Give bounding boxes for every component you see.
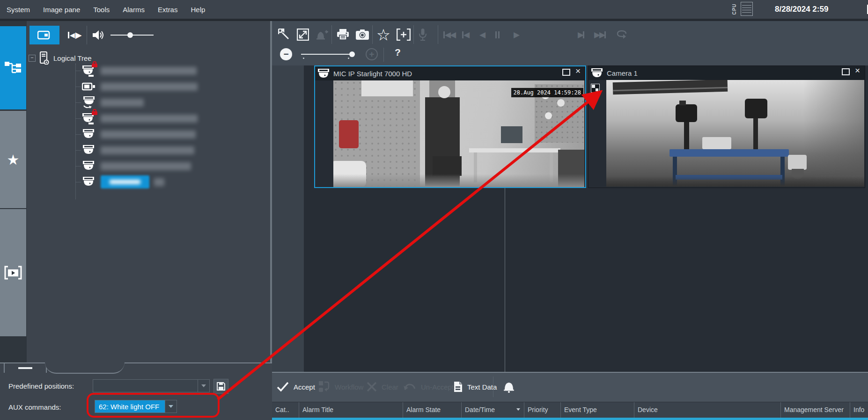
col-management-server[interactable]: Management Server [781,402,850,418]
col-info[interactable]: Info [850,402,868,418]
loop-playback-button[interactable] [615,26,629,43]
step-back-button[interactable]: ◀ [462,26,469,43]
accept-alarm-button[interactable]: Accept [277,378,315,395]
alarm-bell-button[interactable] [503,378,515,395]
zoom-slider-knob[interactable] [349,51,355,57]
digital-zoom-indicator-icon[interactable] [591,84,600,93]
ptz-camera-icon [82,96,96,109]
text-data-button[interactable]: Text Data [454,378,497,395]
close-pane-icon[interactable]: × [575,67,581,75]
pane1-title-bar[interactable]: MIC IP Starlight 7000 HD × [315,66,585,80]
pane1-video[interactable]: 28.Aug 2024 14:59:28 [333,80,584,187]
maximize-pane-icon[interactable] [562,69,570,78]
pane2-title: Camera 1 [607,69,638,77]
video-content [361,80,413,96]
menu-image-pane[interactable]: Image pane [43,6,80,14]
close-pane-icon[interactable]: × [855,66,860,75]
chevron-down-icon[interactable] [165,400,177,413]
maximize-pane-icon[interactable] [842,68,850,77]
zoom-out-button[interactable]: − [280,48,292,60]
zoom-in-button[interactable]: + [366,48,378,60]
pane-select-button[interactable] [278,26,291,43]
volume-knob[interactable] [127,32,133,38]
skip-forward-icon: ▶▶ [594,30,606,40]
redacted-camera-name [101,83,198,91]
skip-back-button[interactable]: ◀◀ [443,26,455,43]
skip-forward-button[interactable]: ▶▶ [594,26,606,43]
skip-back-icon: ◀◀ [443,30,455,40]
step-forward-button[interactable]: ▶ [578,26,584,43]
unaccept-alarm-button[interactable]: Un-Accept [403,378,454,395]
speaker-icon[interactable] [92,29,105,41]
pane-grid-divider [505,188,505,372]
toolbar-separator [413,25,414,44]
col-alarm-title[interactable]: Alarm Title [299,402,403,418]
dome-camera-icon [82,176,96,188]
col-priority[interactable]: Priority [524,402,561,418]
maximize-pane-button[interactable] [296,26,309,43]
dome-camera-icon [591,68,603,78]
pane2-title-bar[interactable]: Camera 1 × [588,66,865,80]
save-position-button[interactable] [213,379,228,394]
selected-alarm-row[interactable] [272,418,868,420]
loop-icon [615,29,628,40]
image-pane-1[interactable]: MIC IP Starlight 7000 HD × [314,65,586,188]
add-favorite-button[interactable]: ★ [375,26,391,43]
tree-item-camera[interactable] [82,110,198,126]
zoom-slider[interactable] [301,54,355,55]
aux-commands-dropdown[interactable]: 62: White light OFF [95,400,177,413]
col-alarm-state[interactable]: Alarm State [403,402,462,418]
live-video-button[interactable] [29,26,59,44]
tab-favorites[interactable]: ★ [0,111,26,208]
microphone-button[interactable] [417,26,429,43]
logical-tree-panel: ◀▶ − Logical Tree [27,21,270,362]
video-content [679,101,686,105]
tree-item-camera[interactable] [82,126,196,142]
add-bookmark-button[interactable] [395,26,412,43]
document-icon [454,381,463,392]
workflow-button[interactable]: Workflow [318,378,363,395]
play-icon: ▶ [514,30,519,40]
collapse-expander-icon[interactable]: − [29,55,36,62]
redacted-selected-camera-name [101,175,149,188]
menu-alarms[interactable]: Alarms [123,6,145,14]
col-datetime[interactable]: Date/Time [462,402,524,418]
menu-extras[interactable]: Extras [158,6,178,14]
col-device[interactable]: Device [634,402,781,418]
menu-system[interactable]: System [7,6,30,14]
tree-item-camera[interactable] [82,63,197,79]
pane2-video[interactable] [606,80,864,187]
volume-slider[interactable] [110,35,154,36]
camera-icon [37,30,51,40]
alarm-image-button[interactable] [315,26,329,43]
microphone-icon [419,28,427,41]
chevron-down-icon[interactable] [198,380,209,392]
dome-camera-icon [82,145,96,156]
play-button[interactable]: ▶ [514,26,519,43]
col-category[interactable]: Cat.. [272,402,299,418]
cpu-meter-icon [741,2,753,16]
predefined-positions-dropdown[interactable] [93,379,210,392]
pause-button[interactable] [495,26,500,43]
print-button[interactable] [336,26,350,43]
tree-item-camera[interactable] [82,94,144,110]
play-reverse-button[interactable]: ◀ [479,26,485,43]
tab-playback[interactable] [0,209,26,336]
clear-alarm-button[interactable]: Clear [367,378,398,395]
col-event-type[interactable]: Event Type [561,402,634,418]
help-button[interactable]: ? [395,47,401,58]
menu-tools[interactable]: Tools [93,6,110,14]
redacted-camera-name [101,162,191,170]
image-pane-2[interactable]: Camera 1 × [588,65,865,188]
tree-item-camera[interactable] [82,158,191,174]
menu-help[interactable]: Help [191,6,205,14]
video-content [469,148,560,152]
tree-item-camera[interactable] [82,142,194,158]
tree-item-camera-selected[interactable] [82,174,164,190]
instant-playback-button[interactable]: ◀▶ [68,30,82,40]
tree-item-camera[interactable] [82,79,198,94]
playback-monitor-icon [4,266,22,280]
tab-logical-tree[interactable] [0,26,26,109]
collapse-handle[interactable] [4,362,47,373]
snapshot-button[interactable] [355,26,370,43]
